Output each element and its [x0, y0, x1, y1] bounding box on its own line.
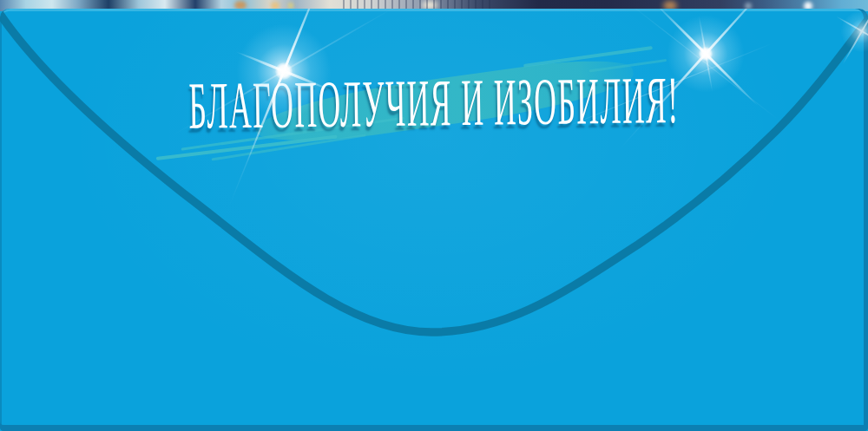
greeting-text: БЛАГОПОЛУЧИЯ И ИЗОБИЛИЯ!: [188, 62, 680, 144]
envelope-back-card: БЛАГОПОЛУЧИЯ И ИЗОБИЛИЯ!: [0, 0, 868, 431]
envelope-body: БЛАГОПОЛУЧИЯ И ИЗОБИЛИЯ!: [0, 9, 868, 431]
bokeh-light: [288, 3, 293, 9]
